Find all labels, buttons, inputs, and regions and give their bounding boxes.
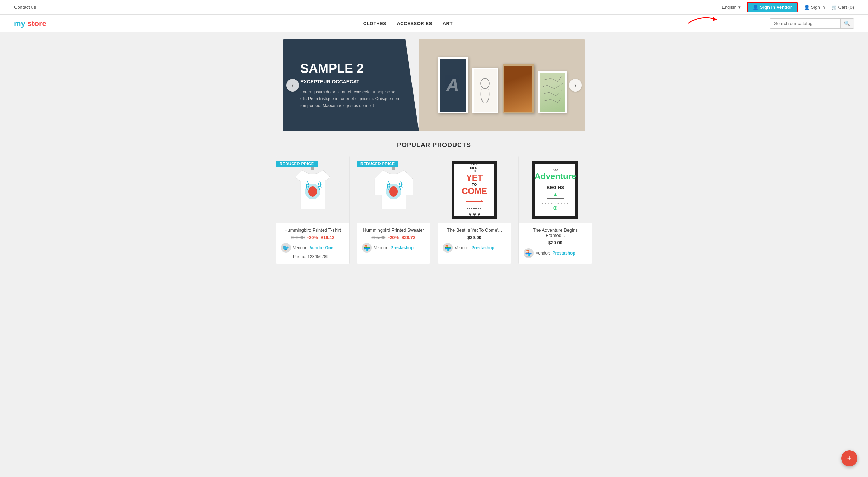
tshirt-image xyxy=(292,163,334,216)
hero-prev-button[interactable]: ‹ xyxy=(286,79,299,92)
svg-marker-7 xyxy=(554,193,557,196)
language-selector[interactable]: English ▾ xyxy=(722,5,741,10)
poster-adventure-display: The Adventure - - - - - - - - - BEGINS -… xyxy=(532,161,578,219)
sign-in-vendor-label: Sign in Vendor xyxy=(760,5,792,10)
product-name: The Adventure Begins Framed... xyxy=(524,227,587,238)
product-name: Hummingbird Printed Sweater xyxy=(362,227,425,233)
svg-point-3 xyxy=(308,186,317,197)
vendor-line: 🏪 Vendor: Prestashop xyxy=(524,248,587,258)
frame-2 xyxy=(472,68,498,113)
vendor-name-link[interactable]: Prestashop xyxy=(390,245,413,250)
hero-next-button[interactable]: › xyxy=(569,79,582,92)
original-price: $35.90 xyxy=(371,235,385,240)
svg-point-10 xyxy=(555,207,556,209)
popular-products-section: POPULAR PRODUCTS REDUCED PRICE xyxy=(0,142,868,264)
search-bar: 🔍 xyxy=(770,18,854,29)
product-price: $29.00 xyxy=(443,235,506,240)
nav-clothes[interactable]: CLOTHES xyxy=(363,21,387,26)
cart-icon: 🛒 xyxy=(831,5,837,10)
hero-content: SAMPLE 2 EXCEPTEUR OCCAECAT Lorem ipsum … xyxy=(283,39,419,131)
sweater-image xyxy=(372,163,415,216)
search-button[interactable]: 🔍 xyxy=(840,19,854,28)
product-card: REDUCED PRICE Humming xyxy=(276,156,350,264)
top-bar: Contact us English ▾ 👤 Sign in Vendor 👤 … xyxy=(0,0,868,15)
final-price: $19.12 xyxy=(321,235,335,240)
vendor-avatar: 🏪 xyxy=(524,248,534,258)
person-icon: 👤 xyxy=(753,5,758,10)
product-info: The Adventure Begins Framed... $29.00 🏪 … xyxy=(519,223,592,264)
hero-subtitle: EXCEPTEUR OCCAECAT xyxy=(300,79,401,84)
vendor-name-link[interactable]: Prestashop xyxy=(471,245,494,250)
vendor-line: 🏪 Vendor: Prestashop xyxy=(443,243,506,253)
hero-image: A xyxy=(419,39,585,131)
reduced-price-badge: REDUCED PRICE xyxy=(276,161,318,167)
cart-count: (0) xyxy=(848,5,854,10)
top-bar-right: English ▾ 👤 Sign in Vendor 👤 Sign in 🛒 C… xyxy=(722,2,854,12)
discount-badge: -20% xyxy=(307,235,318,240)
hero-slider: SAMPLE 2 EXCEPTEUR OCCAECAT Lorem ipsum … xyxy=(283,39,585,131)
language-label: English xyxy=(722,5,737,10)
product-info: Hummingbird Printed T-shirt $23.90 -20% … xyxy=(276,223,349,263)
sign-in-link[interactable]: 👤 Sign in xyxy=(804,5,825,10)
product-name: The Best Is Yet To Come'... xyxy=(443,227,506,233)
hero-frames-display: A xyxy=(427,46,577,124)
nav-accessories[interactable]: ACCESSORIES xyxy=(397,21,432,26)
frame-4 xyxy=(538,71,567,113)
regular-price: $29.00 xyxy=(548,240,562,245)
discount-badge: -20% xyxy=(388,235,399,240)
products-grid: REDUCED PRICE Humming xyxy=(272,156,596,264)
original-price: $23.90 xyxy=(291,235,305,240)
chevron-down-icon: ▾ xyxy=(738,5,741,10)
product-image[interactable]: THE BEST IS YET TO COME ♥ ♥ ♥ xyxy=(438,156,511,223)
product-price: $29.00 xyxy=(524,240,587,245)
svg-marker-6 xyxy=(481,200,483,202)
vendor-line: 🏪 Vendor: Prestashop xyxy=(362,243,425,253)
svg-point-1 xyxy=(481,78,489,89)
svg-point-5 xyxy=(389,186,398,197)
person-outline-icon: 👤 xyxy=(804,5,810,10)
frame-1: A xyxy=(438,57,468,113)
vendor-label: Vendor: xyxy=(536,251,550,256)
vendor-name-link[interactable]: Vendor One xyxy=(309,245,333,250)
phone-value: 123456789 xyxy=(307,254,328,259)
hero-background: SAMPLE 2 EXCEPTEUR OCCAECAT Lorem ipsum … xyxy=(283,39,585,131)
regular-price: $29.00 xyxy=(467,235,481,240)
vendor-name-link[interactable]: Prestashop xyxy=(552,251,575,256)
vendor-avatar: 🏪 xyxy=(362,243,372,253)
product-info: Hummingbird Printed Sweater $35.90 -20% … xyxy=(357,223,430,258)
nav-art[interactable]: ART xyxy=(443,21,453,26)
product-price: $35.90 -20% $28.72 xyxy=(362,235,425,240)
sign-in-label: Sign in xyxy=(811,5,825,10)
vendor-avatar: 🏪 xyxy=(443,243,453,253)
nav-links: CLOTHES ACCESSORIES ART xyxy=(363,21,453,26)
logo-my: my xyxy=(14,19,25,28)
poster-best-display: THE BEST IS YET TO COME ♥ ♥ ♥ xyxy=(452,161,497,219)
vendor-label: Vendor: xyxy=(455,245,469,250)
hero-title: SAMPLE 2 xyxy=(300,61,401,76)
logo-store: store xyxy=(27,19,46,28)
logo[interactable]: my store xyxy=(14,19,46,28)
reduced-price-badge: REDUCED PRICE xyxy=(357,161,398,167)
final-price: $28.72 xyxy=(402,235,416,240)
frame-3 xyxy=(503,64,534,113)
section-title: POPULAR PRODUCTS xyxy=(0,142,868,149)
cart-label: Cart xyxy=(838,5,847,10)
search-icon: 🔍 xyxy=(844,21,850,26)
sign-in-vendor-button[interactable]: 👤 Sign in Vendor xyxy=(747,2,798,12)
cart-link[interactable]: 🛒 Cart (0) xyxy=(831,5,854,10)
product-price: $23.90 -20% $19.12 xyxy=(281,235,344,240)
product-info: The Best Is Yet To Come'... $29.00 🏪 Ven… xyxy=(438,223,511,258)
product-card: REDUCED PRICE Hummingbird Printe xyxy=(357,156,430,264)
vendor-line: 🐦 Vendor: Vendor One xyxy=(281,243,344,253)
search-input[interactable] xyxy=(770,19,840,28)
contact-us-link[interactable]: Contact us xyxy=(14,5,36,10)
phone-line: Phone: 123456789 xyxy=(293,254,344,259)
hero-body: Lorem ipsum dolor sit amet, consectetur … xyxy=(300,89,401,109)
phone-label: Phone: xyxy=(293,254,306,259)
vendor-label: Vendor: xyxy=(293,245,307,250)
product-image[interactable]: The Adventure - - - - - - - - - BEGINS -… xyxy=(519,156,592,223)
header-nav: my store CLOTHES ACCESSORIES ART 🔍 xyxy=(0,15,868,32)
product-name: Hummingbird Printed T-shirt xyxy=(281,227,344,233)
vendor-label: Vendor: xyxy=(374,245,388,250)
product-card: The Adventure - - - - - - - - - BEGINS -… xyxy=(518,156,592,264)
